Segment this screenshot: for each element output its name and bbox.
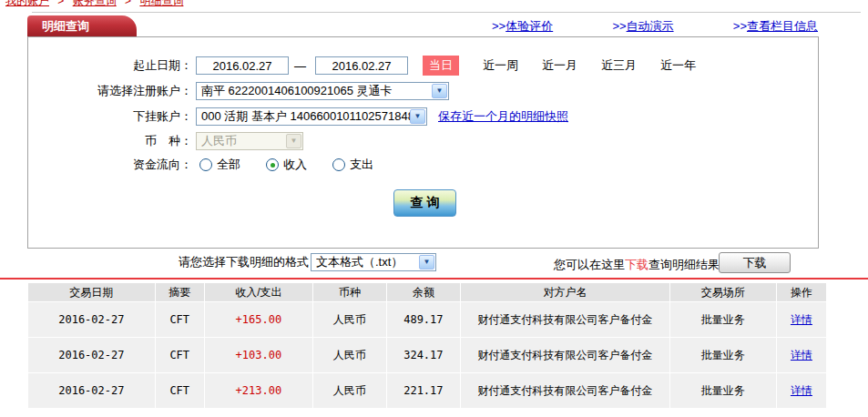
snapshot-link[interactable]: 保存近一个月的明细快照	[438, 108, 568, 125]
download-hint-prefix: 您可以在这里	[554, 258, 625, 271]
cell-counterparty: 财付通支付科技有限公司客户备付金	[461, 302, 669, 337]
link-experience-rating[interactable]: >>体验评价	[492, 18, 553, 35]
breadcrumb-item-account-query[interactable]: 账务查询	[73, 0, 117, 7]
query-form-panel: 起止日期： — 当日 近一周 近一月 近三月 近一年 请选择注册账户： 南平 6…	[27, 36, 819, 249]
chevrons: >>	[612, 19, 626, 33]
chevrons: >>	[733, 19, 747, 33]
query-button[interactable]: 查 询	[393, 189, 456, 217]
cell-date: 2016-02-27	[28, 302, 155, 337]
breadcrumb-item-my-account[interactable]: 我的账户	[5, 0, 49, 7]
radio-expense[interactable]: 支出	[332, 157, 373, 173]
cell-balance: 489.17	[387, 302, 461, 337]
column-header-currency: 币种	[313, 283, 386, 301]
download-hint-suffix: 查询明细结果	[648, 258, 720, 271]
fund-flow-label: 资金流向：	[28, 157, 192, 173]
cell-action: 详情	[777, 302, 826, 337]
cell-date: 2016-02-27	[28, 373, 155, 408]
register-account-row: 请选择注册账户： 南平 6222001406100921065 灵通卡 ▼	[28, 81, 811, 101]
fund-flow-row: 资金流向： 全部 收入 支出	[28, 155, 811, 175]
column-header-counterparty: 对方户名	[461, 283, 669, 301]
link-label: 体验评价	[505, 19, 553, 33]
link-auto-demo[interactable]: >>自动演示	[612, 18, 673, 35]
quick-range-quarter[interactable]: 近三月	[601, 57, 637, 74]
radio-icon	[332, 158, 345, 171]
link-label: 自动演示	[627, 19, 674, 33]
detail-link[interactable]: 详情	[791, 313, 812, 326]
chevron-down-icon[interactable]: ▼	[432, 84, 447, 98]
sub-account-value: 000 活期 基本户 1406600101102571848	[201, 108, 414, 125]
cell-summary: CFT	[156, 302, 204, 337]
cell-date: 2016-02-27	[28, 338, 155, 372]
quick-range-month[interactable]: 近一月	[542, 57, 577, 74]
register-account-select[interactable]: 南平 6222001406100921065 灵通卡 ▼	[196, 82, 449, 100]
download-format-label: 请您选择下载明细的格式	[179, 254, 309, 270]
cell-venue: 批量业务	[670, 338, 776, 372]
currency-label: 币 种：	[28, 133, 192, 149]
currency-value: 人民币	[201, 133, 237, 149]
radio-income[interactable]: 收入	[266, 157, 307, 173]
download-format-select[interactable]: 文本格式（.txt） ▼	[311, 253, 436, 271]
results-table-wrap: 交易日期 摘要 收入/支出 币种 余额 对方户名 交易场所 操作 2016-02…	[27, 282, 827, 409]
cell-currency: 人民币	[313, 338, 386, 372]
column-header-amount: 收入/支出	[205, 283, 312, 301]
detail-link[interactable]: 详情	[791, 384, 812, 397]
radio-icon	[199, 158, 212, 171]
radio-all-label: 全部	[217, 157, 240, 173]
cell-summary: CFT	[156, 338, 204, 372]
register-account-label: 请选择注册账户：	[28, 83, 192, 99]
cell-venue: 批量业务	[670, 373, 776, 408]
breadcrumb-item-detail-query[interactable]: 明细查询	[139, 0, 183, 7]
date-dash: —	[294, 59, 306, 73]
date-from-input[interactable]	[196, 56, 289, 75]
cell-summary: CFT	[156, 373, 204, 408]
chevrons: >>	[492, 19, 505, 33]
chevron-down-icon[interactable]: ▼	[419, 255, 434, 270]
quick-range-year[interactable]: 近一年	[660, 57, 696, 74]
breadcrumb: 我的账户 > 账务查询 > 明细查询	[5, 0, 183, 9]
download-format-row: 请您选择下载明细的格式 文本格式（.txt） ▼	[179, 253, 436, 271]
table-row: 2016-02-27 CFT +103.00 人民币 324.17 财付通支付科…	[28, 338, 826, 372]
cell-balance: 324.17	[387, 338, 461, 372]
date-to-input[interactable]	[315, 56, 408, 75]
results-table: 交易日期 摘要 收入/支出 币种 余额 对方户名 交易场所 操作 2016-02…	[27, 282, 827, 409]
tab-detail-query[interactable]: 明细查询	[27, 15, 137, 36]
cell-venue: 批量业务	[670, 302, 776, 337]
currency-row: 币 种： 人民币 ▼	[28, 131, 811, 151]
link-label: 查看栏目信息	[747, 19, 818, 33]
red-divider	[0, 278, 868, 280]
download-hint: 您可以在这里下载查询明细结果	[554, 257, 720, 273]
cell-amount: +103.00	[205, 338, 312, 372]
currency-select: 人民币 ▼	[196, 132, 303, 150]
download-button[interactable]: 下载	[719, 252, 791, 273]
column-header-date: 交易日期	[28, 283, 155, 301]
column-header-balance: 余额	[387, 283, 461, 301]
radio-income-label: 收入	[283, 157, 307, 173]
cell-action: 详情	[777, 338, 826, 372]
quick-range-week[interactable]: 近一周	[483, 57, 518, 74]
chevron-down-icon[interactable]: ▼	[410, 109, 425, 124]
date-range-row: 起止日期： — 当日 近一周 近一月 近三月 近一年	[28, 56, 811, 76]
table-row: 2016-02-27 CFT +165.00 人民币 489.17 财付通支付科…	[28, 302, 826, 337]
breadcrumb-separator: >	[57, 0, 64, 7]
breadcrumb-separator: >	[125, 0, 131, 7]
radio-expense-label: 支出	[350, 157, 373, 173]
cell-amount: +165.00	[205, 302, 312, 337]
download-hint-red: 下载	[625, 258, 648, 271]
header-links: >>体验评价 >>自动演示 >>查看栏目信息	[492, 18, 818, 35]
quick-range-today[interactable]: 当日	[423, 56, 459, 76]
detail-query-page: 我的账户 > 账务查询 > 明细查询 明细查询 >>体验评价 >>自动演示 >>…	[0, 0, 868, 417]
register-account-value: 南平 6222001406100921065 灵通卡	[201, 83, 393, 99]
link-column-info[interactable]: >>查看栏目信息	[733, 18, 818, 35]
column-header-venue: 交易场所	[670, 283, 776, 301]
cell-counterparty: 财付通支付科技有限公司客户备付金	[461, 338, 669, 372]
radio-all[interactable]: 全部	[199, 157, 240, 173]
date-range-label: 起止日期：	[28, 57, 192, 74]
download-format-value: 文本格式（.txt）	[316, 254, 403, 270]
table-header-row: 交易日期 摘要 收入/支出 币种 余额 对方户名 交易场所 操作	[28, 283, 826, 301]
detail-link[interactable]: 详情	[791, 349, 812, 361]
sub-account-select[interactable]: 000 活期 基本户 1406600101102571848 ▼	[196, 107, 427, 126]
chevron-down-icon: ▼	[286, 134, 301, 148]
column-header-summary: 摘要	[156, 283, 204, 301]
cell-currency: 人民币	[313, 302, 386, 337]
sub-account-row: 下挂账户： 000 活期 基本户 1406600101102571848 ▼ 保…	[28, 107, 811, 127]
